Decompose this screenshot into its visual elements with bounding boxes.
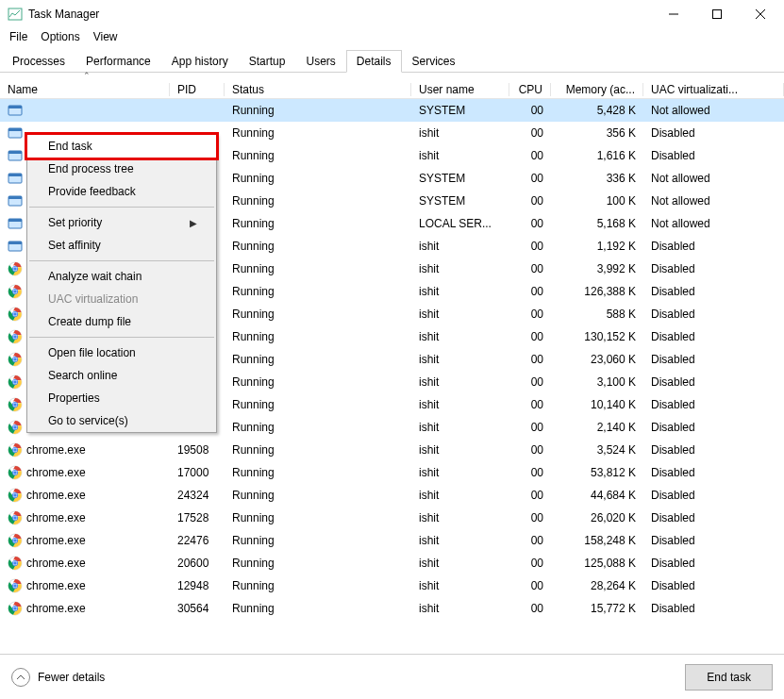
cell-status: Running	[225, 308, 411, 321]
cell-status: Running	[225, 375, 411, 389]
cell-uac: Disabled	[643, 421, 784, 434]
header-pid[interactable]: PID	[170, 83, 225, 96]
minimize-button[interactable]	[652, 0, 695, 28]
table-row[interactable]: chrome.exe30564Runningishit0015,772 KDis…	[0, 597, 784, 618]
cell-user: ishit	[411, 443, 509, 457]
menu-file[interactable]: File	[9, 30, 27, 43]
cell-user: ishit	[411, 534, 509, 547]
sort-caret-icon: ⌃	[83, 71, 91, 80]
cell-name: chrome.exe	[26, 579, 86, 592]
cm-end-process-tree[interactable]: End process tree	[27, 158, 216, 180]
tab-app-history[interactable]: App history	[161, 50, 239, 73]
tab-services[interactable]: Services	[402, 50, 466, 73]
svg-point-62	[13, 493, 17, 497]
cell-cpu: 00	[509, 534, 551, 547]
cell-status: Running	[225, 398, 411, 411]
close-button[interactable]	[739, 0, 782, 28]
svg-point-66	[13, 516, 17, 520]
cm-create-dump[interactable]: Create dump file	[27, 310, 216, 333]
cell-uac: Not allowed	[643, 104, 784, 117]
cell-memory: 336 K	[551, 172, 643, 185]
table-row[interactable]: chrome.exe12948Runningishit0028,264 KDis…	[0, 574, 784, 597]
task-manager-icon	[8, 7, 23, 22]
table-row[interactable]: chrome.exe19508Runningishit003,524 KDisa…	[0, 439, 784, 461]
cell-status: Running	[225, 285, 411, 298]
cell-pid: 30564	[170, 602, 225, 615]
cm-set-priority[interactable]: Set priority ▶	[27, 211, 216, 234]
tab-processes[interactable]: Processes	[2, 50, 75, 73]
process-icon	[8, 578, 23, 593]
maximize-button[interactable]	[695, 0, 739, 28]
tab-startup[interactable]: Startup	[239, 50, 296, 73]
cell-memory: 158,248 K	[551, 534, 643, 547]
cell-uac: Disabled	[643, 126, 784, 140]
cell-status: Running	[225, 534, 411, 547]
cell-user: SYSTEM	[411, 194, 509, 208]
cell-uac: Disabled	[643, 489, 784, 502]
table-row[interactable]: chrome.exe20600Runningishit00125,088 KDi…	[0, 552, 784, 574]
cell-user: SYSTEM	[411, 104, 509, 117]
table-row[interactable]: chrome.exe24324Runningishit0044,684 KDis…	[0, 484, 784, 507]
menubar: File Options View	[0, 28, 784, 49]
cell-status: Running	[225, 443, 411, 457]
tab-performance[interactable]: Performance	[75, 50, 161, 73]
cell-uac: Not allowed	[643, 217, 784, 230]
cell-status: Running	[225, 240, 411, 253]
table-row[interactable]: chrome.exe17000Runningishit0053,812 KDis…	[0, 461, 784, 484]
cell-user: ishit	[411, 557, 509, 570]
cell-cpu: 00	[509, 353, 551, 366]
header-cpu[interactable]: CPU	[509, 83, 551, 96]
cell-memory: 1,616 K	[551, 149, 643, 162]
cell-cpu: 00	[509, 466, 551, 479]
header-uac[interactable]: UAC virtualizati...	[643, 83, 784, 96]
svg-point-70	[13, 539, 17, 542]
menu-options[interactable]: Options	[41, 30, 79, 43]
header-name[interactable]: Name	[0, 83, 170, 96]
table-row[interactable]: chrome.exe17528Runningishit0026,020 KDis…	[0, 507, 784, 529]
table-row[interactable]: chrome.exe22476Runningishit00158,248 KDi…	[0, 529, 784, 552]
end-task-button[interactable]: End task	[685, 664, 773, 691]
svg-rect-18	[8, 241, 22, 244]
cm-open-file-location[interactable]: Open file location	[27, 341, 216, 364]
cell-status: Running	[225, 489, 411, 502]
cell-uac: Disabled	[643, 602, 784, 615]
header-user[interactable]: User name	[411, 83, 509, 96]
cell-cpu: 00	[509, 285, 551, 298]
fewer-details-link[interactable]: Fewer details	[11, 668, 105, 687]
cell-pid: 17000	[170, 466, 225, 479]
tab-details[interactable]: Details	[346, 50, 402, 73]
process-icon	[8, 397, 23, 412]
cm-uac-virtualization: UAC virtualization	[27, 288, 216, 310]
table-row[interactable]: RunningSYSTEM005,428 KNot allowed	[0, 99, 784, 122]
cm-analyze-wait-chain[interactable]: Analyze wait chain	[27, 265, 216, 288]
cell-cpu: 00	[509, 443, 551, 457]
svg-rect-10	[8, 151, 22, 154]
cm-separator	[29, 207, 214, 208]
header-memory[interactable]: Memory (ac...	[551, 83, 643, 96]
cell-cpu: 00	[509, 217, 551, 230]
menu-view[interactable]: View	[93, 30, 118, 43]
cm-provide-feedback[interactable]: Provide feedback	[27, 180, 216, 203]
cm-properties[interactable]: Properties	[27, 387, 216, 409]
context-menu: End task End process tree Provide feedba…	[26, 134, 217, 433]
column-headers: ⌃ Name PID Status User name CPU Memory (…	[0, 73, 784, 99]
cell-pid: 24324	[170, 489, 225, 502]
svg-point-42	[13, 380, 17, 384]
cm-set-affinity[interactable]: Set affinity	[27, 234, 216, 257]
cell-memory: 3,992 K	[551, 262, 643, 275]
cm-end-task[interactable]: End task	[25, 132, 219, 160]
header-status[interactable]: Status	[225, 83, 411, 96]
tab-users[interactable]: Users	[295, 50, 345, 73]
cell-name: chrome.exe	[26, 511, 86, 524]
svg-point-50	[13, 425, 17, 429]
svg-point-54	[13, 448, 17, 452]
cell-uac: Disabled	[643, 240, 784, 253]
cm-separator	[29, 337, 214, 338]
cell-name: chrome.exe	[26, 602, 86, 615]
process-icon	[8, 465, 23, 480]
fewer-details-label: Fewer details	[38, 671, 105, 684]
cell-name: chrome.exe	[26, 534, 86, 547]
cm-search-online[interactable]: Search online	[27, 364, 216, 387]
cm-go-to-services[interactable]: Go to service(s)	[27, 409, 216, 432]
cell-pid: 17528	[170, 511, 225, 524]
